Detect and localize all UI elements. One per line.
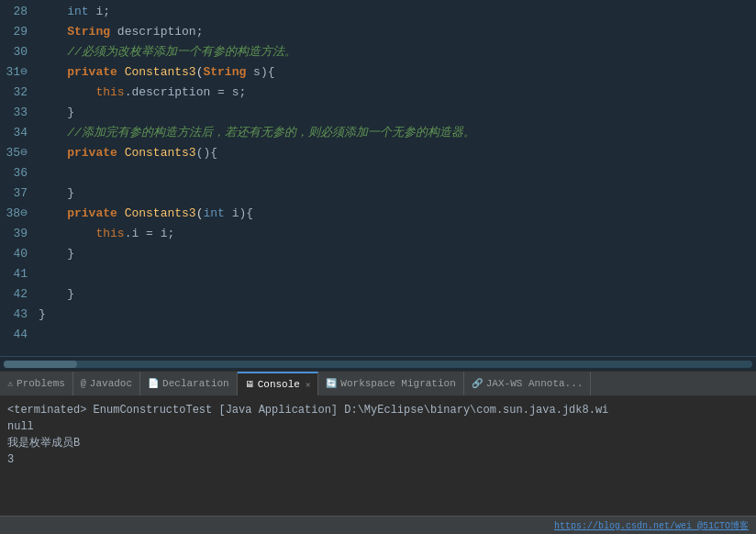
line-number: 31⊖ [0, 62, 39, 83]
code-line: 42 } [0, 284, 756, 305]
line-content: private Constants3(){ [39, 143, 756, 163]
code-line: 36 [0, 163, 756, 184]
line-content: } [39, 284, 756, 305]
code-line: 31⊖ private Constants3(String s){ [0, 62, 756, 83]
workspace-tab-icon: 🔄 [326, 378, 337, 389]
line-number: 37 [0, 184, 39, 204]
line-content: } [39, 244, 756, 264]
line-content: private Constants3(String s){ [39, 62, 756, 83]
console-tab-icon: 🖥 [245, 379, 254, 390]
console-line: null [7, 418, 749, 435]
declaration-tab-label: Declaration [162, 378, 229, 389]
tab-workspace[interactable]: 🔄Workspace Migration [318, 372, 463, 395]
line-number: 42 [0, 284, 39, 305]
line-content: this.description = s; [39, 83, 756, 103]
line-content: String description; [39, 22, 756, 42]
workspace-tab-label: Workspace Migration [340, 378, 455, 389]
console-tab-close[interactable]: ✕ [306, 380, 310, 390]
console-line: <terminated> EnumConstructoTest [Java Ap… [7, 402, 749, 418]
line-number: 30 [0, 42, 39, 62]
code-line: 44 [0, 325, 756, 345]
tab-problems[interactable]: ⚠Problems [0, 372, 73, 395]
line-number: 33 [0, 103, 39, 123]
tab-jaxws[interactable]: 🔗JAX-WS Annota... [464, 372, 592, 395]
line-number: 44 [0, 325, 39, 345]
console-tab-label: Console [258, 379, 300, 390]
line-content: private Constants3(int i){ [39, 204, 756, 224]
javadoc-tab-label: Javadoc [90, 378, 132, 389]
line-content: //必须为改枚举添加一个有参的构造方法。 [39, 42, 756, 62]
code-line: 34 //添加完有参的构造方法后，若还有无参的，则必须添加一个无参的构造器。 [0, 123, 756, 143]
line-number: 34 [0, 123, 39, 143]
javadoc-tab-icon: @ [81, 379, 86, 389]
code-line: 35⊖ private Constants3(){ [0, 143, 756, 163]
code-line: 28 int i; [0, 2, 756, 22]
code-line: 40 } [0, 244, 756, 264]
line-number: 41 [0, 264, 39, 284]
line-number: 32 [0, 83, 39, 103]
status-link[interactable]: https://blog.csdn.net/wei @51CTO博客 [554, 519, 749, 532]
problems-tab-label: Problems [17, 378, 65, 389]
bottom-panel-tabs: ⚠Problems@Javadoc📄Declaration🖥Console✕🔄W… [0, 371, 756, 396]
horizontal-scrollbar[interactable] [0, 356, 756, 371]
line-content: int i; [39, 2, 756, 22]
console-line: 我是枚举成员B [7, 435, 749, 451]
jaxws-tab-icon: 🔗 [472, 378, 483, 389]
status-bar: https://blog.csdn.net/wei @51CTO博客 [0, 516, 756, 534]
line-content: } [39, 103, 756, 123]
line-number: 29 [0, 22, 39, 42]
code-line: 39 this.i = i; [0, 224, 756, 244]
tab-javadoc[interactable]: @Javadoc [73, 372, 140, 395]
code-line: 32 this.description = s; [0, 83, 756, 103]
line-content: this.i = i; [39, 224, 756, 244]
code-line: 38⊖ private Constants3(int i){ [0, 204, 756, 224]
code-line: 43} [0, 305, 756, 325]
code-lines: 28 int i;29 String description;30 //必须为改… [0, 0, 756, 356]
tab-console[interactable]: 🖥Console✕ [238, 372, 319, 395]
code-line: 29 String description; [0, 22, 756, 42]
line-number: 38⊖ [0, 204, 39, 224]
code-line: 30 //必须为改枚举添加一个有参的构造方法。 [0, 42, 756, 62]
problems-tab-icon: ⚠ [7, 378, 13, 389]
line-number: 28 [0, 2, 39, 22]
line-number: 39 [0, 224, 39, 244]
declaration-tab-icon: 📄 [148, 378, 159, 389]
console-line: 3 [7, 451, 749, 468]
line-content: } [39, 305, 756, 325]
line-number: 35⊖ [0, 143, 39, 163]
code-line: 33 } [0, 103, 756, 123]
code-editor: 28 int i;29 String description;30 //必须为改… [0, 0, 756, 371]
line-number: 40 [0, 244, 39, 264]
code-line: 41 [0, 264, 756, 284]
tab-declaration[interactable]: 📄Declaration [140, 372, 238, 395]
line-content: //添加完有参的构造方法后，若还有无参的，则必须添加一个无参的构造器。 [39, 123, 756, 143]
jaxws-tab-label: JAX-WS Annota... [486, 378, 584, 389]
console-output: <terminated> EnumConstructoTest [Java Ap… [0, 396, 756, 516]
line-number: 43 [0, 305, 39, 325]
code-line: 37 } [0, 184, 756, 204]
line-content: } [39, 184, 756, 204]
line-number: 36 [0, 163, 39, 184]
